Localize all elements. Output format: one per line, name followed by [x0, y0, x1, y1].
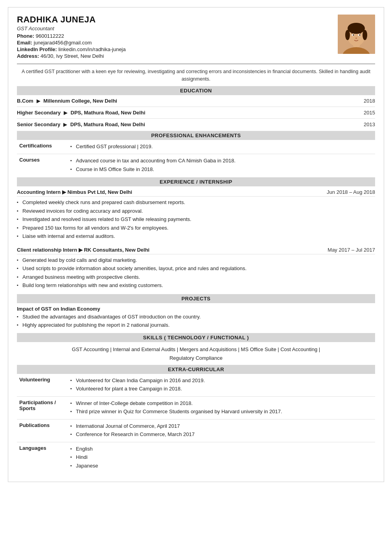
exp-bullet-list: Generated lead by cold calls and digital… — [17, 256, 375, 289]
linkedin-line: LinkedIn Profile: linkedin.com/in/radhik… — [17, 46, 126, 52]
project-bullet-item: Highly appreciated for publishing the re… — [17, 321, 375, 329]
skills-items2: Regulatory Compliance — [18, 354, 374, 363]
extracurricular-table: VolunteeringVolunteered for Clean India … — [17, 374, 375, 473]
edu-degree-school: Higher Secondary ▶ DPS, Mathura Road, Ne… — [17, 110, 145, 116]
project-bullet-item: Studied the advantages and disadvantages… — [17, 313, 375, 321]
exp-bullet-item: Build long term relationships with new a… — [17, 282, 375, 289]
exp-title: Accounting Intern — [17, 189, 61, 195]
project-bullets: Studied the advantages and disadvantages… — [17, 313, 375, 332]
summary-section: A certified GST practitioner with a keen… — [17, 68, 375, 83]
edu-degree-school: Senior Secondary ▶ DPS, Mathura Road, Ne… — [17, 121, 145, 127]
extra-bullet-item: Hindi — [70, 453, 373, 461]
edu-year: 2018 — [364, 98, 375, 104]
professional-header: PROFESSIONAL ENHANCEMENTS — [17, 131, 375, 140]
svg-point-5 — [348, 23, 365, 34]
address-value: 46/30, Ivy Street, New Delhi — [40, 53, 104, 59]
skills-header: SKILLS ( TECHNOLOGY / FUNCTIONAL ) — [17, 333, 375, 342]
exp-job-row: Accounting Intern ▶ Nimbus Pvt Ltd, New … — [17, 186, 375, 197]
exp-bullet-item: Prepared 150 tax forms for all vendors a… — [17, 224, 375, 232]
phone-label: Phone: — [17, 33, 34, 39]
projects-header: PROJECTS — [17, 294, 375, 303]
extra-bullet-list: EnglishHindiJapanese — [70, 445, 373, 470]
course-item: Course in MS Office Suite in 2018. — [70, 166, 373, 173]
extra-content: EnglishHindiJapanese — [68, 442, 375, 473]
exp-date: Jun 2018 – Aug 2018 — [327, 189, 375, 195]
course-item: Advanced course in tax and accounting fr… — [70, 157, 373, 165]
exp-job-title: Client relationship Intern ▶ RK Consulta… — [17, 247, 149, 253]
courses-row: Courses Advanced course in tax and accou… — [17, 154, 375, 177]
exp-bullet-item: Generated lead by cold calls and digital… — [17, 256, 375, 264]
extra-bullet-item: Third prize winner in Quiz for Commerce … — [70, 408, 373, 416]
exp-job-row: Client relationship Intern ▶ RK Consulta… — [17, 244, 375, 254]
experience-section: Accounting Intern ▶ Nimbus Pvt Ltd, New … — [17, 186, 375, 293]
exp-bullet-item: Completed weekly check runs and prepared… — [17, 199, 375, 206]
skills-content: GST Accounting | Internal and External A… — [17, 342, 375, 364]
extra-row: VolunteeringVolunteered for Clean India … — [17, 374, 375, 397]
extra-row: LanguagesEnglishHindiJapanese — [17, 442, 375, 473]
exp-bullet-item: Reviewed invoices for coding accuracy an… — [17, 207, 375, 215]
extra-content: Volunteered for Clean India Campaign in … — [68, 374, 375, 397]
exp-arrow: ▶ — [62, 189, 68, 195]
svg-point-6 — [345, 30, 350, 40]
extra-row: Participations / SportsWinner of Inter-C… — [17, 396, 375, 419]
edu-degree: Senior Secondary — [17, 121, 61, 127]
summary-text: A certified GST practitioner with a keen… — [22, 69, 370, 82]
resume-wrapper: RADHIKA JUNEJA GST Accountant Phone: 960… — [8, 7, 384, 482]
extracurricular-body: VolunteeringVolunteered for Clean India … — [17, 374, 375, 473]
extra-row: PublicationsInternational Journal of Com… — [17, 419, 375, 442]
extra-bullet-item: Winner of Inter-College debate competiti… — [70, 399, 373, 407]
extra-bullet-item: International Journal of Commerce, April… — [70, 422, 373, 430]
experience-job: Client relationship Intern ▶ RK Consulta… — [17, 244, 375, 293]
exp-bullets: Generated lead by cold calls and digital… — [17, 254, 375, 293]
education-rows: B.Com ▶ Millennium College, New Delhi 20… — [17, 95, 375, 130]
certification-item: Certified GST professional | 2019. — [70, 143, 373, 151]
job-title: GST Accountant — [17, 26, 126, 31]
certifications-content: Certified GST professional | 2019. — [68, 140, 375, 154]
exp-bullets: Completed weekly check runs and prepared… — [17, 197, 375, 244]
exp-job-title: Accounting Intern ▶ Nimbus Pvt Ltd, New … — [17, 189, 132, 195]
email-value: junejarad456@gmail.com — [34, 40, 92, 46]
exp-bullet-item: Arranged business meeting with prospecti… — [17, 273, 375, 281]
address-line: Address: 46/30, Ivy Street, New Delhi — [17, 53, 126, 59]
extra-bullet-list: International Journal of Commerce, April… — [70, 422, 373, 438]
address-label: Address: — [17, 53, 39, 59]
courses-list: Advanced course in tax and accounting fr… — [70, 157, 373, 173]
edu-school: DPS, Mathura Road, New Delhi — [70, 121, 145, 127]
education-row: B.Com ▶ Millennium College, New Delhi 20… — [17, 95, 375, 107]
exp-bullet-item: Liaise with internal and external audito… — [17, 232, 375, 240]
svg-point-7 — [363, 30, 367, 40]
extra-bullet-item: Conference for Research in Commerce, Mar… — [70, 431, 373, 438]
extra-content: Winner of Inter-College debate competiti… — [68, 396, 375, 419]
extra-label: Languages — [17, 442, 68, 473]
profile-photo — [338, 15, 375, 54]
certifications-label: Certifications — [17, 140, 68, 154]
exp-bullet-item: Used scripts to provide information abou… — [17, 265, 375, 272]
svg-point-11 — [359, 34, 361, 36]
extra-label: Volunteering — [17, 374, 68, 397]
exp-company: RK Consultants, New Delhi — [84, 247, 149, 253]
phone-line: Phone: 9600112222 — [17, 33, 126, 39]
edu-degree: Higher Secondary — [17, 110, 61, 116]
header-divider — [17, 64, 375, 64]
extra-bullet-item: English — [70, 445, 373, 453]
certifications-row: Certifications Certified GST professiona… — [17, 140, 375, 154]
edu-degree: B.Com — [17, 98, 33, 104]
header-info: RADHIKA JUNEJA GST Accountant Phone: 960… — [17, 15, 126, 60]
email-label: Email: — [17, 40, 32, 46]
extracurricular-header: EXTRA-CURRICULAR — [17, 365, 375, 374]
arrow-icon: ▶ — [37, 98, 42, 104]
experience-header: EXPERIENCE / INTERNSHIP — [17, 177, 375, 186]
phone-value: 9600112222 — [36, 33, 64, 39]
extra-bullet-item: Volunteered for plant a tree Campaign in… — [70, 385, 373, 393]
exp-bullet-list: Completed weekly check runs and prepared… — [17, 199, 375, 240]
exp-title: Client relationship Intern — [17, 247, 77, 253]
exp-date: May 2017 – Jul 2017 — [328, 247, 375, 253]
skills-items: GST Accounting | Internal and External A… — [18, 345, 374, 354]
arrow-icon: ▶ — [64, 110, 69, 116]
edu-school: Millennium College, New Delhi — [43, 98, 117, 104]
candidate-name: RADHIKA JUNEJA — [17, 15, 126, 25]
courses-content: Advanced course in tax and accounting fr… — [68, 154, 375, 177]
extra-bullet-list: Volunteered for Clean India Campaign in … — [70, 377, 373, 393]
exp-bullet-item: Investigated and resolved issues related… — [17, 215, 375, 223]
exp-arrow: ▶ — [79, 247, 84, 253]
